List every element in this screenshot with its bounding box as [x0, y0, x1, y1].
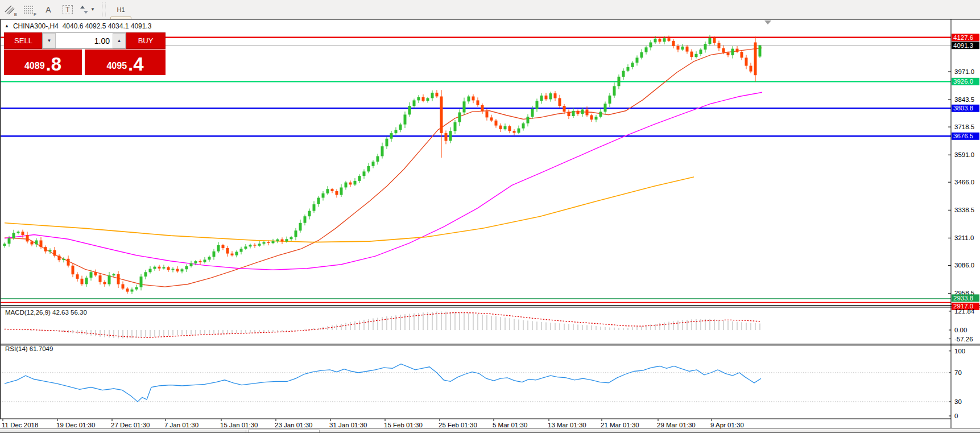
price-tick-label: 3971.0 — [954, 68, 974, 75]
price-tick-label: 3718.5 — [954, 123, 974, 130]
ask-price-big-digit: .4 — [128, 55, 144, 73]
one-click-trading-panel: SELL ▼ ▲ BUY 4089 .8 4095 .4 — [4, 32, 166, 75]
date-tick-label: 27 Dec 01:30 — [111, 422, 150, 428]
chart-window: 3971.03843.53718.53591.03466.03338.53211… — [0, 19, 980, 433]
price-badge-label: 3803.8 — [953, 105, 973, 112]
bid-price-big-digit: .8 — [46, 55, 62, 73]
price-tick-label: 3086.0 — [954, 262, 974, 269]
text-tool-icon: T — [63, 5, 72, 14]
ask-price-main: 4095 — [106, 59, 127, 73]
date-tick-label: 7 Jan 01:30 — [164, 422, 199, 428]
price-tick-label: 3591.0 — [954, 151, 974, 158]
sell-button[interactable]: SELL — [4, 32, 42, 49]
ma-slow-orange — [5, 177, 694, 242]
tool-sub-letter: F — [34, 12, 36, 17]
trading-terminal-window: E F A T ▼ M1M5M15M30H1H4D1W1MN — [0, 0, 980, 433]
equidistant-channel-tool-button[interactable]: E — [2, 2, 18, 17]
macd-histogram — [5, 312, 760, 339]
tf-button-H1[interactable]: H1 — [110, 3, 131, 17]
volume-increase-button[interactable]: ▲ — [113, 33, 126, 48]
toolbar-separator — [102, 2, 106, 17]
fibonacci-icon — [23, 5, 35, 15]
symbol-period-label: CHINA300-,H4 — [13, 22, 59, 30]
price-tick-label: 3466.0 — [954, 179, 974, 185]
date-tick-label: 29 Mar 01:30 — [657, 422, 696, 428]
ma-mid-magenta — [5, 92, 762, 270]
date-tick-label: 15 Jan 01:30 — [220, 422, 258, 428]
date-tick-label: 13 Mar 01:30 — [548, 422, 586, 428]
macd-tick-label: 121.84 — [954, 308, 975, 315]
price-tick-label: 3338.5 — [954, 207, 974, 213]
price-badge-label: 3676.5 — [953, 133, 973, 139]
date-tick-label: 5 Mar 01:30 — [493, 422, 527, 428]
arrows-icon — [80, 5, 89, 15]
rsi-tick-label: 100 — [954, 348, 965, 354]
date-tick-label: 15 Feb 01:30 — [384, 422, 423, 428]
date-tick-label: 31 Jan 01:30 — [329, 422, 367, 428]
chart-shift-marker-icon[interactable] — [764, 20, 771, 24]
collapse-arrow-icon[interactable]: ▲ — [5, 23, 9, 28]
price-badge-label: 2933.8 — [953, 295, 973, 302]
price-badge-label: 4091.3 — [953, 42, 973, 49]
macd-tick-label: -57.26 — [954, 336, 973, 343]
macd-indicator-label: MACD(12,26,9) 42.63 56.30 — [5, 309, 87, 316]
volume-input[interactable] — [56, 33, 113, 48]
macd-tick-label: 0.00 — [954, 327, 967, 333]
text-tool-button[interactable]: T — [60, 2, 76, 17]
bid-price-main: 4089 — [24, 59, 45, 73]
chart-canvas[interactable]: 3971.03843.53718.53591.03466.03338.53211… — [0, 19, 980, 433]
tf-button-M30[interactable]: M30 — [110, 0, 131, 3]
chevron-down-icon: ▼ — [90, 7, 95, 12]
ohlc-values: 4040.6 4092.5 4034.1 4091.3 — [63, 22, 152, 30]
rsi-indicator-label: RSI(14) 61.7049 — [5, 345, 53, 352]
volume-decrease-button[interactable]: ▼ — [43, 33, 56, 48]
volume-stepper: ▼ ▲ — [42, 32, 126, 49]
date-tick-label: 25 Feb 01:30 — [439, 422, 477, 428]
fibonacci-tool-button[interactable]: F — [21, 2, 37, 17]
bottom-tab-strip[interactable] — [0, 428, 980, 433]
date-tick-label: 21 Mar 01:30 — [601, 422, 639, 428]
price-badge-label: 4127.6 — [953, 34, 973, 41]
arrows-tool-button[interactable]: ▼ — [79, 2, 96, 17]
price-tick-label: 3211.0 — [954, 234, 974, 241]
rsi-line — [5, 364, 761, 402]
bid-price-box[interactable]: 4089 .8 — [4, 50, 82, 75]
rsi-tick-label: 30 — [954, 398, 962, 405]
toolbar: E F A T ▼ M1M5M15M30H1H4D1W1MN — [0, 0, 980, 19]
ask-price-box[interactable]: 4095 .4 — [85, 50, 166, 75]
date-tick-label: 9 Apr 01:30 — [710, 422, 744, 428]
rsi-tick-label: 0 — [954, 413, 958, 419]
tool-sub-letter: E — [14, 12, 17, 17]
date-tick-label: 11 Dec 2018 — [2, 422, 38, 428]
date-tick-label: 19 Dec 01:30 — [56, 422, 95, 428]
date-tick-label: 23 Jan 01:30 — [275, 422, 313, 428]
text-label-icon: A — [46, 5, 51, 14]
rsi-tick-label: 70 — [954, 369, 962, 376]
price-badge-label: 3926.0 — [953, 78, 973, 85]
text-label-tool-button[interactable]: A — [40, 2, 56, 17]
chart-title: ▲CHINA300-,H4 4040.6 4092.5 4034.1 4091.… — [5, 22, 151, 30]
buy-button[interactable]: BUY — [126, 32, 166, 49]
price-tick-label: 3843.5 — [954, 96, 974, 103]
